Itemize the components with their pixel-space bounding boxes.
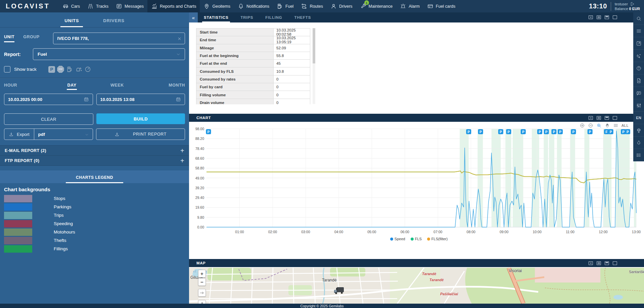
tab-trips[interactable]: TRIPS: [234, 12, 259, 22]
nav-item-geoitems[interactable]: Geoitems: [200, 0, 234, 12]
chart-legend-item-fls[interactable]: FLS: [411, 237, 422, 241]
nav-item-tracks[interactable]: Tracks: [84, 0, 112, 12]
rail-expand-icon[interactable]: [633, 37, 644, 50]
split-window-icon[interactable]: [604, 14, 610, 20]
drain-icon[interactable]: [75, 66, 82, 73]
close-window-icon[interactable]: [588, 260, 594, 266]
lines-icon[interactable]: [613, 123, 618, 128]
zoom-area-icon[interactable]: [596, 123, 602, 128]
maximize-window-icon[interactable]: [612, 115, 618, 121]
show-track-checkbox[interactable]: [4, 66, 10, 72]
ftp-report-label: FTP REPORT (0): [5, 158, 39, 163]
rail-list-icon[interactable]: [633, 149, 644, 161]
build-button[interactable]: BUILD: [96, 113, 185, 124]
tab-day[interactable]: DAY: [49, 83, 95, 90]
chart-legend-item-speed[interactable]: Speed: [390, 237, 405, 241]
nav-item-alarm[interactable]: Alarm: [396, 0, 423, 12]
nav-item-drivers[interactable]: Drivers: [327, 0, 356, 12]
chart-legend-item-flsfilter[interactable]: FLS(filter): [427, 237, 448, 241]
rail-help-icon[interactable]: [633, 62, 644, 74]
chart-range-all-button[interactable]: ALL: [622, 123, 629, 127]
rail-satellite-icon[interactable]: [633, 50, 644, 62]
svg-text:P: P: [553, 130, 555, 134]
tab-charts-legend[interactable]: CHARTS LEGEND: [66, 175, 123, 183]
map-zoom-out-button[interactable]: −: [198, 278, 206, 286]
language-switcher[interactable]: EN: [633, 112, 644, 124]
rail-droplet-icon[interactable]: [633, 137, 644, 149]
nav-item-reports-and-charts[interactable]: Reports and Charts: [147, 0, 200, 12]
tab-units[interactable]: UNITS: [60, 18, 83, 27]
tab-month[interactable]: MONTH: [140, 83, 185, 88]
stop-icon[interactable]: STOP: [57, 66, 64, 73]
tab-hour[interactable]: HOUR: [4, 83, 49, 88]
right-toolbar: EN: [633, 12, 644, 161]
report-select[interactable]: Fuel: [33, 48, 185, 60]
logout-icon[interactable]: [630, 2, 635, 6]
speedometer-icon[interactable]: [84, 66, 91, 73]
collapse-sidebar-button[interactable]: «: [189, 12, 198, 22]
nav-item-fuel[interactable]: Fuel: [273, 0, 297, 12]
collapse-window-icon[interactable]: [596, 14, 602, 20]
nav-item-cars[interactable]: Cars: [59, 0, 84, 12]
collapse-window-icon[interactable]: [596, 115, 602, 121]
maximize-window-icon[interactable]: [612, 260, 618, 266]
map-extra-button[interactable]: [198, 300, 206, 304]
fuel-pump-icon[interactable]: [66, 66, 73, 73]
collapse-window-icon[interactable]: [596, 260, 602, 266]
add-email-report-button[interactable]: +: [180, 147, 184, 154]
rail-sliders-icon[interactable]: [633, 99, 644, 112]
map-route-button[interactable]: [198, 289, 206, 297]
map-zoom-in-button[interactable]: +: [198, 270, 206, 277]
pan-icon[interactable]: [605, 123, 610, 128]
tab-statistics[interactable]: STATISTICS: [198, 12, 234, 22]
app-logo[interactable]: LOCAVIST: [0, 0, 59, 12]
clear-button[interactable]: CLEAR: [4, 113, 93, 125]
stat-value: 52.09: [274, 44, 310, 52]
email-report-row[interactable]: E-MAIL REPORT (2) +: [0, 145, 189, 155]
vehicle-marker[interactable]: [333, 287, 345, 295]
ftp-report-row[interactable]: FTP REPORT (0) +: [0, 155, 189, 166]
nav-item-messages[interactable]: Messages: [112, 0, 147, 12]
calendar-icon[interactable]: [84, 97, 89, 102]
report-destinations: E-MAIL REPORT (2) + FTP REPORT (0) +: [0, 145, 189, 166]
table-scrollbar[interactable]: [313, 28, 315, 104]
tab-week[interactable]: WEEK: [95, 83, 140, 88]
split-window-icon[interactable]: [604, 115, 610, 121]
rail-document-icon[interactable]: [633, 74, 644, 87]
unit-input[interactable]: IVECO FBI 778,: [53, 33, 185, 44]
rail-menu-icon[interactable]: [633, 25, 644, 37]
nav-item-maintenance[interactable]: Maintenance1: [356, 0, 397, 12]
zoom-out-icon[interactable]: [588, 123, 593, 128]
date-to-input[interactable]: 10.03.2025 13:08: [96, 94, 185, 105]
close-window-icon[interactable]: [588, 14, 594, 20]
nav-item-routes[interactable]: Routes: [297, 0, 327, 12]
print-report-button[interactable]: PRINT REPORT: [96, 129, 185, 140]
rail-comment-icon[interactable]: [633, 87, 644, 99]
svg-text:P: P: [559, 130, 561, 134]
parking-icon[interactable]: P: [48, 66, 55, 73]
nav-item-fuel-cards[interactable]: Fuel cards: [423, 0, 459, 12]
fuel-speed-chart[interactable]: 0.009.8019.6029.4039.2049.0058.8068.6078…: [192, 124, 642, 236]
tab-drivers[interactable]: DRIVERS: [99, 18, 128, 27]
close-window-icon[interactable]: [588, 115, 594, 121]
date-from-input[interactable]: 10.03.2025 00:00: [4, 94, 93, 105]
table-scrollbar-thumb[interactable]: [313, 28, 315, 63]
calendar-icon[interactable]: [176, 97, 181, 102]
stat-label: Fuel by card: [196, 83, 274, 91]
export-button[interactable]: Export: [4, 132, 34, 137]
map[interactable]: ež. GilužisGilužiaTarandėTarandėTarandėP…: [189, 268, 644, 304]
tab-group[interactable]: GROUP: [23, 35, 39, 42]
tab-thefts[interactable]: THEFTS: [288, 12, 317, 22]
rail-globe-icon[interactable]: [633, 124, 644, 137]
split-window-icon[interactable]: [604, 260, 610, 266]
clear-unit-button[interactable]: [174, 33, 185, 44]
add-ftp-report-button[interactable]: +: [180, 157, 184, 164]
export-format-select[interactable]: pdf: [34, 132, 93, 137]
tab-filling[interactable]: FILLING: [259, 12, 288, 22]
nav-item-notifications[interactable]: Notifications: [234, 0, 273, 12]
zoom-in-icon[interactable]: [580, 123, 585, 128]
maximize-window-icon[interactable]: [612, 14, 618, 20]
export-group: Export pdf: [4, 129, 93, 140]
rail-search-icon[interactable]: [633, 12, 644, 25]
tab-unit[interactable]: UNIT: [4, 35, 14, 42]
